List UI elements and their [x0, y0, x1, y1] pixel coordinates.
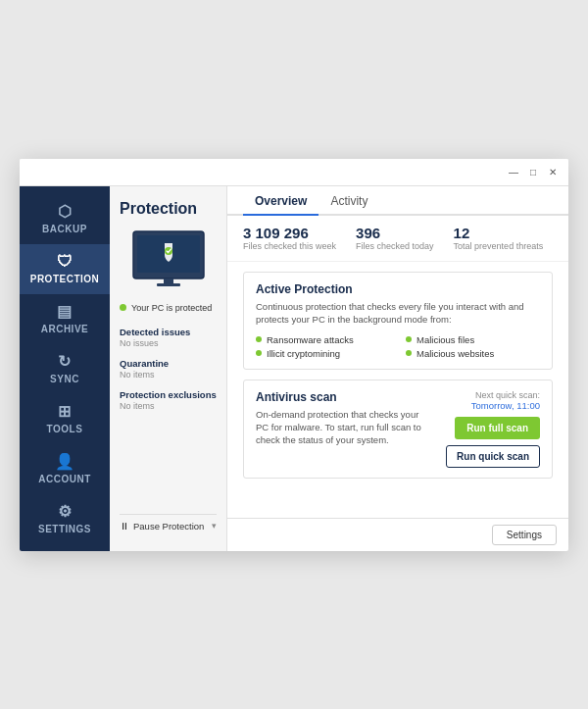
feature-malicious-websites: Malicious websites	[406, 348, 540, 359]
pause-protection-bar: ⏸ Pause Protection ▾	[120, 514, 217, 537]
sidebar-item-tools[interactable]: ⊞ TooLs	[20, 394, 110, 444]
feature-cryptomining: Illicit cryptomining	[256, 348, 390, 359]
next-scan-label-text: Next quick scan:	[471, 390, 540, 400]
detected-issues-section: Detected issues No issues	[120, 327, 217, 348]
detected-issues-value: No issues	[120, 338, 217, 348]
stat-prevented-threats-label: Total prevented threats	[454, 241, 544, 251]
sidebar-item-protection[interactable]: 🛡 PROTECTION	[20, 244, 110, 294]
antivirus-left: Antivirus scan On-demand protection that…	[256, 390, 434, 455]
feature-malicious-files: Malicious files	[406, 334, 540, 345]
pause-icon: ⏸	[120, 521, 129, 532]
window-controls: — □ ✕	[506, 164, 561, 179]
feature-ransomware-dot	[256, 336, 262, 342]
pause-protection-label: Pause Protection	[133, 521, 204, 532]
stats-row: 3 109 296 Files checked this week 396 Fi…	[227, 216, 568, 263]
protection-exclusions-section: Protection exclusions No items	[120, 389, 217, 411]
backup-icon: ⬡	[58, 204, 73, 220]
archive-icon: ▤	[57, 304, 73, 320]
sidebar: ⬡ BACKUP 🛡 PROTECTION ▤ ARCHIVE ↻ SYNC ⊞…	[20, 186, 110, 551]
stat-files-today-number: 396	[356, 226, 434, 242]
account-icon: 👤	[55, 454, 75, 470]
run-full-scan-button[interactable]: Run full scan	[455, 417, 540, 439]
quarantine-title: Quarantine	[120, 358, 217, 369]
stat-files-today-label: Files checked today	[356, 241, 434, 251]
detected-issues-title: Detected issues	[120, 327, 217, 337]
close-button[interactable]: ✕	[545, 164, 561, 179]
pc-status: Your PC is protected	[120, 303, 217, 313]
tab-bar: Overview Activity	[227, 186, 568, 216]
settings-button[interactable]: Settings	[492, 525, 557, 545]
feature-malicious-websites-label: Malicious websites	[416, 348, 494, 359]
sidebar-label-settings: SETTINGS	[38, 524, 91, 534]
active-protection-title: Active Protection	[256, 282, 540, 296]
minimize-button[interactable]: —	[506, 164, 521, 179]
left-panel-title: Protection	[120, 200, 217, 218]
stat-files-today: 396 Files checked today	[356, 226, 434, 252]
feature-cryptomining-dot	[256, 350, 262, 356]
tools-icon: ⊞	[58, 404, 72, 420]
monitor-graphic	[120, 229, 217, 293]
tab-activity[interactable]: Activity	[318, 186, 379, 216]
sidebar-item-backup[interactable]: ⬡ BACKUP	[20, 194, 110, 244]
run-quick-scan-button[interactable]: Run quick scan	[446, 445, 540, 468]
sync-icon: ↻	[58, 354, 72, 370]
svg-rect-3	[164, 279, 173, 283]
protection-exclusions-value: No items	[120, 401, 217, 411]
title-bar: — □ ✕	[20, 159, 568, 186]
stat-prevented-threats-number: 12	[454, 226, 544, 242]
active-protection-card: Active Protection Continuous protection …	[243, 272, 553, 370]
stat-files-week-number: 3 109 296	[243, 226, 336, 242]
stat-files-week-label: Files checked this week	[243, 241, 336, 251]
feature-malicious-files-label: Malicious files	[416, 334, 474, 345]
content-area: Active Protection Continuous protection …	[227, 262, 568, 518]
settings-icon: ⚙	[58, 504, 73, 520]
tab-overview[interactable]: Overview	[243, 186, 318, 216]
sidebar-label-sync: SYNC	[50, 374, 79, 384]
feature-malicious-websites-dot	[406, 350, 412, 356]
sidebar-label-account: account	[38, 474, 91, 484]
protection-icon: 🛡	[57, 254, 74, 270]
features-grid: Ransomware attacks Malicious files Illic…	[256, 334, 540, 359]
stat-files-week: 3 109 296 Files checked this week	[243, 226, 336, 252]
sidebar-item-account[interactable]: 👤 account	[20, 444, 110, 494]
active-protection-desc: Continuous protection that checks every …	[256, 300, 540, 327]
protection-exclusions-title: Protection exclusions	[120, 389, 217, 400]
sidebar-item-archive[interactable]: ▤ ARCHIVE	[20, 294, 110, 344]
sidebar-item-sync[interactable]: ↻ SYNC	[20, 344, 110, 394]
main-content: Overview Activity 3 109 296 Files checke…	[227, 186, 568, 551]
next-scan-label: Next quick scan: Tomorrow, 11:00	[471, 390, 540, 411]
pause-protection-button[interactable]: ⏸ Pause Protection ▾	[120, 521, 217, 532]
svg-rect-4	[157, 283, 180, 286]
feature-cryptomining-label: Illicit cryptomining	[267, 348, 340, 359]
next-scan-time-text: Tomorrow, 11:00	[471, 400, 540, 411]
antivirus-scan-desc: On-demand protection that checks your PC…	[256, 408, 434, 447]
sidebar-label-protection: PROTECTION	[30, 274, 100, 284]
sidebar-item-help[interactable]: ? HELP	[20, 544, 110, 551]
left-panel: Protection Your PC is protected	[110, 186, 227, 551]
quarantine-value: No items	[120, 370, 217, 380]
pause-chevron-icon: ▾	[212, 521, 217, 531]
feature-ransomware-label: Ransomware attacks	[267, 334, 354, 345]
sidebar-label-backup: BACKUP	[42, 224, 87, 234]
status-dot	[120, 304, 126, 311]
feature-ransomware: Ransomware attacks	[256, 334, 390, 345]
bottom-bar: Settings	[227, 518, 568, 551]
sidebar-label-archive: ARCHIVE	[41, 324, 89, 334]
quarantine-section: Quarantine No items	[120, 358, 217, 380]
maximize-button[interactable]: □	[525, 164, 541, 179]
stat-prevented-threats: 12 Total prevented threats	[454, 226, 544, 252]
sidebar-item-settings[interactable]: ⚙ SETTINGS	[20, 494, 110, 544]
feature-malicious-files-dot	[406, 336, 412, 342]
antivirus-right: Next quick scan: Tomorrow, 11:00 Run ful…	[446, 390, 540, 468]
sidebar-label-tools: TooLs	[47, 424, 83, 434]
antivirus-scan-title: Antivirus scan	[256, 390, 434, 404]
antivirus-scan-card: Antivirus scan On-demand protection that…	[243, 380, 553, 479]
